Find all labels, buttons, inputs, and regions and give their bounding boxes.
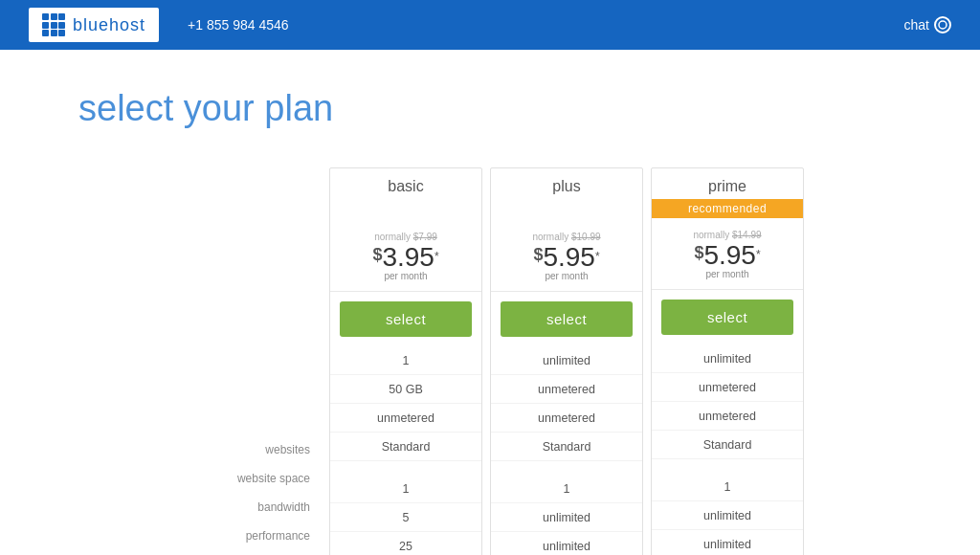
plan-prime-normally: normally $14.99 (661, 230, 793, 240)
prime-websites: unlimited (652, 344, 803, 373)
logo-text: bluehost (73, 15, 145, 35)
plan-plus: plus normally $10.99 $5.95* per month se… (490, 167, 643, 555)
basic-included-domains: 1 (330, 475, 481, 503)
plan-prime-select-top[interactable]: select (661, 300, 793, 335)
chat-label: chat (904, 17, 929, 33)
plus-websites: unlimited (491, 346, 642, 375)
basic-gap1 (330, 461, 481, 475)
logo[interactable]: bluehost (29, 8, 159, 42)
plan-plus-normal-price: $10.99 (571, 232, 601, 242)
plan-plus-price: $5.95* per month (501, 242, 633, 281)
plus-parked-domains: unlimited (491, 503, 642, 532)
plan-basic-normally: normally $7.99 (340, 232, 472, 242)
phone-number[interactable]: +1 855 984 4546 (188, 17, 289, 33)
plan-basic-features: 1 50 GB unmetered Standard 1 5 25 5 100 … (330, 346, 481, 555)
plan-basic-name: basic (330, 168, 481, 199)
basic-sub-domains: 25 (330, 532, 481, 555)
page-content: select your plan websites website space … (59, 50, 921, 555)
plus-gap1 (491, 461, 642, 475)
plan-prime-name: prime (652, 168, 803, 199)
plan-plus-per: per month (501, 271, 633, 281)
prime-performance: Standard (652, 431, 803, 459)
basic-bandwidth: unmetered (330, 404, 481, 433)
plus-bandwidth: unmetered (491, 404, 642, 433)
plus-website-space: unmetered (491, 375, 642, 404)
page-title: select your plan (78, 88, 902, 129)
logo-grid-icon (42, 13, 65, 36)
basic-parked-domains: 5 (330, 503, 481, 532)
plus-included-domains: 1 (491, 475, 642, 503)
label-bandwidth: bandwidth (172, 493, 325, 522)
plan-basic-normal-price: $7.99 (413, 232, 437, 242)
label-gap1 (172, 550, 325, 555)
plan-plus-name: plus (491, 168, 642, 199)
plan-basic-price: $3.95* per month (340, 242, 472, 281)
chat-icon (934, 16, 951, 33)
basic-websites: 1 (330, 346, 481, 375)
plan-prime-price-box: normally $14.99 $5.95* per month (652, 218, 803, 290)
plan-basic: basic normally $7.99 $3.95* per month se… (329, 167, 482, 555)
prime-gap1 (652, 459, 803, 473)
plus-performance: Standard (491, 433, 642, 461)
plan-plus-select-top[interactable]: select (501, 301, 633, 337)
plan-prime: prime recommended normally $14.99 $5.95*… (651, 167, 804, 555)
row-labels: websites website space bandwidth perform… (172, 167, 325, 555)
plan-plus-price-box: normally $10.99 $5.95* per month (491, 220, 642, 292)
plans-container: websites website space bandwidth perform… (78, 167, 902, 555)
label-performance: performance (172, 522, 325, 550)
prime-parked-domains: unlimited (652, 501, 803, 530)
recommended-badge: recommended (652, 199, 803, 218)
label-websites: websites (172, 435, 325, 464)
svg-point-0 (939, 21, 947, 29)
plan-prime-normal-price: $14.99 (732, 230, 762, 240)
prime-included-domains: 1 (652, 473, 803, 501)
header: bluehost +1 855 984 4546 chat (0, 0, 980, 50)
plan-plus-normally: normally $10.99 (501, 232, 633, 242)
prime-website-space: unmetered (652, 373, 803, 402)
plan-prime-per: per month (661, 269, 793, 279)
basic-website-space: 50 GB (330, 375, 481, 404)
plan-basic-per: per month (340, 271, 472, 281)
plan-basic-select-top[interactable]: select (340, 301, 472, 337)
plan-prime-price: $5.95* per month (661, 240, 793, 279)
prime-bandwidth: unmetered (652, 402, 803, 431)
plus-sub-domains: unlimited (491, 532, 642, 555)
plan-basic-price-box: normally $7.99 $3.95* per month (330, 220, 481, 292)
plan-prime-features: unlimited unmetered unmetered Standard 1… (652, 344, 803, 555)
label-website-space: website space (172, 464, 325, 493)
prime-sub-domains: unlimited (652, 530, 803, 555)
plan-plus-features: unlimited unmetered unmetered Standard 1… (491, 346, 642, 555)
basic-performance: Standard (330, 433, 481, 461)
chat-button[interactable]: chat (904, 16, 951, 33)
